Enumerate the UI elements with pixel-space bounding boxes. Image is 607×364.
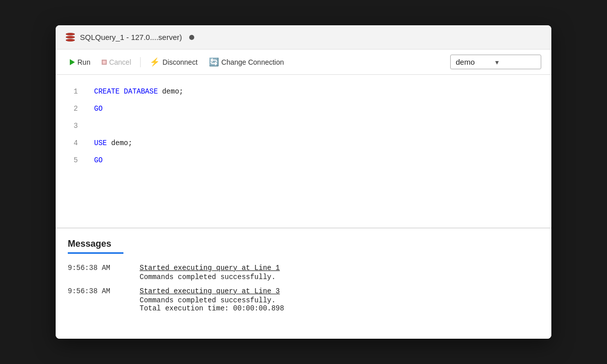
code-line-1: CREATE DATABASE demo; (94, 83, 543, 100)
title-bar: SQLQuery_1 - 127.0....server) (56, 25, 551, 50)
keyword-use: USE (94, 134, 107, 152)
run-label: Run (77, 58, 91, 66)
separator-1 (140, 57, 141, 67)
disconnect-button[interactable]: ⚡ Disconnect (146, 55, 201, 69)
keyword-create: CREATE (94, 83, 119, 100)
messages-underline (68, 252, 123, 254)
message-link-1[interactable]: Started executing query at Line 1 (140, 264, 280, 272)
message-content-2: Started executing query at Line 3 Comman… (140, 287, 284, 312)
keyword-database: DATABASE (124, 83, 158, 100)
code-line-3 (94, 117, 543, 134)
line-number-5: 5 (66, 152, 78, 169)
change-connection-label: Change Connection (222, 58, 284, 66)
cancel-label: Cancel (109, 58, 132, 66)
connection-value: demo (456, 58, 475, 66)
code-area[interactable]: CREATE DATABASE demo; GO USE demo; GO (86, 79, 551, 223)
message-total-2: Total execution time: 00:00:00.898 (140, 304, 284, 312)
keyword-go-2: GO (94, 152, 103, 169)
toolbar: Run Cancel ⚡ Disconnect 🔄 Change Connect… (56, 50, 551, 75)
change-connection-icon: 🔄 (209, 57, 219, 67)
message-time-2: 9:56:38 AM (68, 287, 123, 295)
line-number-3: 3 (66, 117, 78, 134)
line-number-2: 2 (66, 100, 78, 117)
code-line-5: GO (94, 152, 543, 169)
main-window: SQLQuery_1 - 127.0....server) Run Cancel… (56, 25, 551, 339)
message-success-1: Commands completed successfully. (140, 273, 280, 281)
database-icon (66, 33, 75, 41)
connection-dropdown[interactable]: demo ▾ (450, 55, 541, 69)
window-title: SQLQuery_1 - 127.0....server) (80, 33, 182, 41)
line-numbers: 1 2 3 4 5 (56, 79, 86, 223)
messages-panel: Messages 9:56:38 AM Started executing qu… (56, 228, 551, 339)
message-link-2[interactable]: Started executing query at Line 3 (140, 287, 284, 295)
line-number-1: 1 (66, 83, 78, 100)
code-demo-1: demo; (162, 83, 183, 100)
message-time-1: 9:56:38 AM (68, 264, 123, 272)
code-line-2: GO (94, 100, 543, 117)
keyword-go-1: GO (94, 100, 103, 117)
cancel-icon (102, 60, 107, 65)
run-button[interactable]: Run (66, 56, 95, 69)
unsaved-indicator (189, 35, 194, 40)
code-demo-2: demo; (111, 134, 133, 152)
disconnect-label: Disconnect (162, 58, 197, 66)
message-content-1: Started executing query at Line 1 Comman… (140, 264, 280, 281)
line-number-4: 4 (66, 134, 78, 152)
disconnect-icon: ⚡ (150, 57, 160, 67)
message-row-2: 9:56:38 AM Started executing query at Li… (68, 287, 539, 312)
message-success-2: Commands completed successfully. (140, 296, 284, 304)
cancel-button[interactable]: Cancel (98, 56, 136, 69)
messages-header: Messages (68, 239, 539, 249)
message-row-1: 9:56:38 AM Started executing query at Li… (68, 264, 539, 281)
sql-editor[interactable]: 1 2 3 4 5 CREATE DATABASE demo; GO USE d… (56, 75, 551, 228)
code-line-4: USE demo; (94, 134, 543, 152)
chevron-down-icon: ▾ (495, 58, 499, 66)
change-connection-button[interactable]: 🔄 Change Connection (205, 55, 288, 69)
run-icon (70, 59, 75, 65)
